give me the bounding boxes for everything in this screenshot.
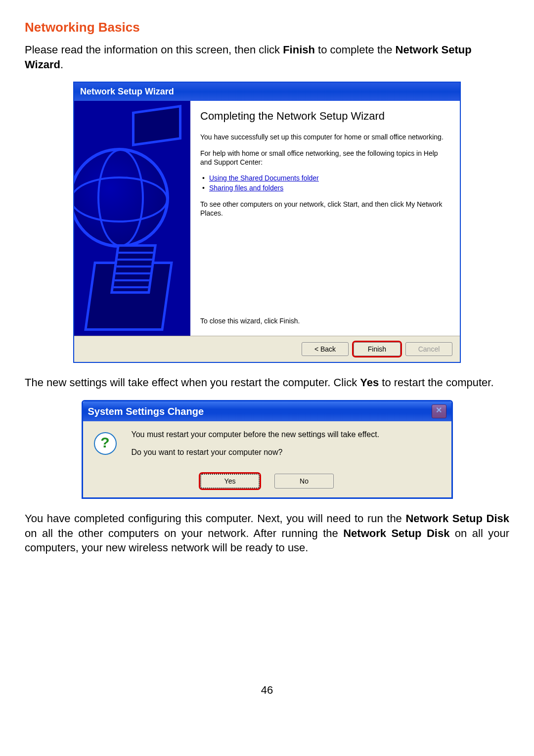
wizard-close-hint: To close this wizard, click Finish. bbox=[200, 317, 300, 325]
text: The new settings will take effect when y… bbox=[25, 376, 360, 389]
button-label: Finish bbox=[368, 345, 386, 353]
dialog-body: You must restart your computer before th… bbox=[83, 421, 451, 471]
text: Please read the information on this scre… bbox=[25, 44, 283, 56]
text: to complete the bbox=[315, 44, 396, 56]
system-settings-change-dialog: System Settings Change ✕ You must restar… bbox=[82, 400, 453, 499]
wizard-help-links: Using the Shared Documents folder Sharin… bbox=[200, 174, 450, 193]
section-title: Networking Basics bbox=[25, 20, 509, 35]
dialog-titlebar: System Settings Change ✕ bbox=[83, 401, 451, 421]
dialog-title: System Settings Change bbox=[88, 406, 204, 417]
text-bold: Network Setup Disk bbox=[343, 527, 449, 539]
close-icon: ✕ bbox=[436, 406, 442, 414]
help-link-shared-documents[interactable]: Using the Shared Documents folder bbox=[209, 174, 319, 182]
text: on all the other computers on your netwo… bbox=[25, 527, 343, 539]
wizard-text: For help with home or small office netwo… bbox=[200, 149, 450, 167]
dialog-line: You must restart your computer before th… bbox=[132, 430, 380, 439]
list-item: Sharing files and folders bbox=[209, 183, 450, 193]
help-link-sharing-files[interactable]: Sharing files and folders bbox=[209, 184, 283, 192]
wizard-heading: Completing the Network Setup Wizard bbox=[200, 110, 450, 123]
yes-button[interactable]: Yes bbox=[200, 474, 260, 489]
text: . bbox=[60, 58, 63, 71]
wizard-titlebar: Network Setup Wizard bbox=[74, 83, 460, 101]
outro-paragraph: You have completed configuring this comp… bbox=[25, 511, 509, 555]
printer-icon bbox=[132, 105, 181, 146]
cancel-button: Cancel bbox=[405, 342, 452, 356]
text-bold: Network Setup Disk bbox=[405, 512, 509, 525]
finish-button[interactable]: Finish bbox=[354, 342, 400, 356]
dialog-text: You must restart your computer before th… bbox=[132, 430, 380, 466]
button-label: Cancel bbox=[418, 345, 440, 353]
no-button[interactable]: No bbox=[274, 474, 334, 489]
dialog-buttons: Yes No bbox=[83, 471, 451, 497]
dialog-line: Do you want to restart your computer now… bbox=[132, 448, 380, 457]
back-button[interactable]: < Back bbox=[302, 342, 349, 356]
intro-paragraph: Please read the information on this scre… bbox=[25, 43, 509, 72]
page-number: 46 bbox=[25, 684, 509, 697]
wizard-text: To see other computers on your network, … bbox=[200, 200, 450, 218]
text: You have completed configuring this comp… bbox=[25, 512, 405, 525]
wizard-content: Completing the Network Setup Wizard You … bbox=[190, 101, 460, 336]
mid-paragraph: The new settings will take effect when y… bbox=[25, 375, 509, 390]
network-setup-wizard-window: Network Setup Wizard Completing the Netw… bbox=[73, 82, 461, 363]
question-icon bbox=[94, 432, 117, 455]
text-bold: Yes bbox=[360, 376, 379, 389]
globe-icon bbox=[74, 148, 169, 248]
wizard-footer: < Back Finish Cancel bbox=[74, 336, 460, 362]
wizard-body: Completing the Network Setup Wizard You … bbox=[74, 101, 460, 336]
wizard-side-artwork bbox=[74, 101, 190, 336]
close-button[interactable]: ✕ bbox=[432, 404, 446, 418]
text: to restart the computer. bbox=[379, 376, 493, 389]
button-label: No bbox=[300, 477, 309, 485]
text-bold: Finish bbox=[283, 44, 315, 56]
wizard-text: You have successfully set up this comput… bbox=[200, 133, 450, 141]
paper-icon bbox=[110, 244, 157, 294]
button-label: < Back bbox=[314, 345, 336, 353]
list-item: Using the Shared Documents folder bbox=[209, 174, 450, 183]
button-label: Yes bbox=[224, 477, 236, 485]
